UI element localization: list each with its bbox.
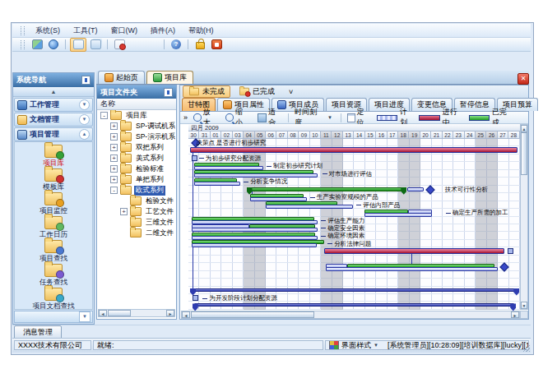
message-send-button[interactable] [145, 39, 160, 51]
gantt-bar-summary-plan-summary-phase-b[interactable] [194, 303, 515, 307]
gantt-bar-plan-development-task[interactable] [326, 267, 499, 271]
milestone-box-icon[interactable] [508, 248, 513, 254]
drag-grip[interactable] [21, 26, 25, 35]
interface-style-label[interactable]: 界面样式 [341, 340, 371, 350]
tree-item[interactable]: +检验标准 [98, 164, 175, 174]
gantt-bar-plan-processing-needs[interactable] [364, 213, 432, 217]
tree-item[interactable]: +美式系列 [98, 153, 175, 164]
sidebar-item-project-doc-search[interactable]: 项目文档查找 [14, 288, 93, 310]
gantt-horizontal-scrollbar[interactable]: ◄ ► [181, 311, 520, 319]
tree-item[interactable]: -欧式系列 [98, 185, 175, 196]
gantt-bar-progress-summary-development[interactable] [324, 248, 504, 254]
time-scale-button[interactable]: 时间刻度▼ [292, 113, 337, 123]
interface-style-button[interactable] [30, 39, 44, 51]
sidebar-item-work-calendar[interactable]: 工作日历 [14, 216, 93, 240]
scroll-right-icon[interactable]: ► [511, 311, 519, 318]
tree-item[interactable]: 二维文件 [98, 228, 175, 238]
sidebar-item-project-search[interactable]: 项目查找 [14, 240, 93, 264]
gantt-bar-summary-plan-summary-phase-a[interactable] [192, 288, 517, 292]
tree-horizontal-scrollbar[interactable]: ◄ ► [98, 309, 175, 317]
zoom-out-button[interactable]: 缩小 [223, 113, 252, 123]
gantt-bar-plan-safety-factors[interactable] [192, 228, 318, 232]
scroll-left-icon[interactable]: ◄ [182, 311, 190, 318]
sidebar-item-template-library[interactable]: 模板库 [14, 168, 93, 192]
sidebar-group-doc[interactable]: 文档管理▼ [14, 113, 93, 127]
sidebar-group-project[interactable]: 项目管理▲ [14, 127, 93, 141]
chevron-icon[interactable]: ▼ [79, 114, 90, 125]
sidebar-group-work[interactable]: 工作管理▼ [14, 98, 93, 112]
chevron-down-icon[interactable]: ▼ [374, 343, 378, 348]
tree-item[interactable]: +工艺文件 [98, 206, 175, 217]
tree-item[interactable]: 三维文件 [98, 217, 175, 228]
sidebar-item-project-monitor[interactable]: 项目监控 [14, 192, 93, 216]
milestone-box-icon[interactable] [193, 295, 198, 301]
tree-item[interactable]: +双把系列 [98, 142, 175, 153]
menu-plugins[interactable]: 插件(A) [145, 24, 181, 38]
window-panes-button[interactable] [70, 38, 86, 52]
gantt-bar-summary-done-tech-feasibility[interactable] [248, 187, 406, 191]
fit-button[interactable]: 适合 [255, 113, 285, 123]
pin-icon[interactable] [164, 88, 173, 97]
gantt-bar-plan-environment-factors[interactable] [192, 236, 318, 240]
exit-button[interactable] [209, 39, 224, 51]
collapse-minus-icon[interactable]: - [110, 187, 118, 194]
tree-item[interactable]: -项目库 [98, 110, 175, 121]
tab-project-library[interactable]: 项目库 [146, 71, 193, 84]
filter-more-button[interactable]: ˅ [283, 85, 299, 98]
sidebar-item-project-library[interactable]: 项目库 [14, 145, 93, 168]
gantt-bar-progress-summary-initial-research[interactable] [190, 147, 517, 153]
message-new-button[interactable] [112, 39, 127, 51]
tree-item[interactable]: +单把系列 [98, 174, 175, 185]
expand-plus-icon[interactable]: + [110, 165, 118, 173]
gantt-bar-plan-capacity-evaluation[interactable] [192, 220, 318, 224]
filter-unfinished-button[interactable]: 未完成 [183, 85, 230, 98]
menu-help[interactable]: 帮助(H) [183, 24, 220, 38]
tree-item[interactable]: +SP-调试机系 [98, 121, 175, 131]
cascade-windows-button[interactable] [88, 39, 103, 51]
expand-plus-icon[interactable]: + [110, 154, 118, 162]
sidebar-item-task-search[interactable]: 任务查找 [14, 264, 93, 288]
filter-finished-button[interactable]: 已完成 [233, 85, 281, 98]
scroll-down-icon[interactable]: ▼ [521, 302, 527, 309]
milestone-box-icon[interactable] [192, 155, 197, 161]
scroll-left-icon[interactable]: ◄ [99, 310, 107, 316]
chevron-down-icon[interactable]: ▼ [79, 311, 90, 322]
expand-plus-icon[interactable]: + [110, 176, 118, 183]
expand-plus-icon[interactable]: + [110, 122, 118, 130]
resize-grip[interactable] [522, 344, 530, 352]
help-button[interactable] [169, 39, 183, 51]
scroll-right-icon[interactable]: ► [166, 310, 174, 316]
locate-button[interactable]: 定位 [345, 113, 374, 123]
interface-style-icon[interactable] [329, 340, 339, 350]
expand-plus-icon[interactable]: + [110, 144, 118, 151]
gantt-bar-plan-make-initial-plan[interactable] [194, 166, 264, 170]
message-delete-button[interactable] [128, 39, 143, 51]
menu-tools[interactable]: 工具(T) [67, 24, 104, 38]
gantt-bar-plan-legal-issues[interactable] [192, 243, 317, 247]
expand-plus-icon[interactable]: + [120, 208, 128, 215]
scroll-up-icon[interactable]: ▲ [521, 125, 527, 132]
tree-item[interactable]: 检验文件 [98, 196, 175, 206]
tab-message-management[interactable]: 消息管理 [14, 325, 62, 339]
sidebar-collapse-button[interactable]: ▲ [13, 87, 94, 97]
menu-window[interactable]: 窗口(W) [105, 24, 144, 38]
chevron-icon[interactable]: ▲ [79, 129, 90, 140]
gantt-bar-plan-lab-scale-product[interactable] [250, 197, 307, 201]
gantt-bar-plan-competition-analysis[interactable] [194, 182, 240, 186]
menu-system[interactable]: 系统(S) [30, 24, 66, 38]
drag-grip[interactable] [21, 40, 25, 49]
expand-plus-icon[interactable]: + [110, 133, 118, 141]
close-tab-button[interactable]: ✕ [517, 73, 529, 85]
gantt-bar-plan-internal-product-eval[interactable] [266, 205, 353, 209]
sidebar-overflow[interactable]: ▼ [14, 311, 93, 323]
zoom-in-button[interactable]: 放大 [191, 113, 220, 123]
gantt-vertical-scrollbar[interactable]: ▲ ▼ [520, 124, 528, 310]
chevron-icon[interactable]: ▼ [79, 99, 90, 110]
tab-start-page[interactable]: 起始页 [98, 71, 145, 84]
tree-item[interactable]: +SP-演示机系 [98, 131, 175, 142]
browse-web-button[interactable] [46, 39, 61, 51]
lock-button[interactable] [193, 39, 207, 51]
toolbar-overflow-chevron[interactable]: » [183, 113, 188, 122]
scroll-thumb[interactable] [191, 311, 314, 318]
collapse-minus-icon[interactable]: - [100, 112, 108, 119]
